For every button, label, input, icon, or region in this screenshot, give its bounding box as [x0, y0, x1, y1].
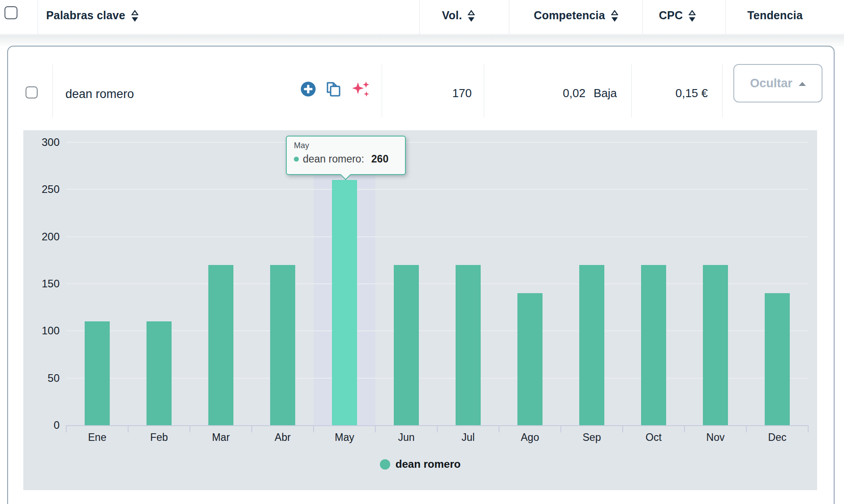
series-dot-icon [294, 157, 299, 162]
y-axis-label: 200 [24, 230, 60, 243]
column-label: CPC [659, 9, 683, 22]
ai-sparkles-button[interactable] [350, 79, 371, 101]
y-axis-label: 300 [24, 136, 60, 149]
cell-divider [52, 64, 53, 117]
y-axis-label: 100 [24, 324, 60, 337]
gridline [66, 283, 808, 284]
column-header-competition[interactable]: Competencia [509, 0, 643, 34]
column-header-keywords[interactable]: Palabras clave [38, 0, 420, 34]
keyword-text: dean romero [65, 84, 134, 104]
legend-dot-icon [380, 459, 390, 470]
chart-bar[interactable] [85, 321, 110, 425]
x-axis-label: Mar [190, 431, 252, 444]
gridline [66, 378, 808, 379]
x-axis-label: Sep [561, 431, 623, 444]
chart-bar[interactable] [270, 265, 295, 425]
x-axis-label: May [314, 431, 375, 444]
keyword-research-page: Palabras clave Vol. Competencia CPC [0, 0, 844, 504]
y-axis-label: 0 [24, 419, 60, 432]
cpc-value: 0,15 € [631, 83, 708, 103]
column-header-trend: Tendencia [726, 0, 844, 34]
sort-icon[interactable] [468, 10, 475, 22]
column-header-volume[interactable]: Vol. [420, 0, 509, 34]
cell-divider [722, 64, 723, 117]
chart-bar[interactable] [517, 293, 543, 425]
x-axis-label: Jul [437, 431, 499, 444]
sort-icon[interactable] [131, 10, 138, 22]
copy-keyword-button[interactable] [324, 80, 343, 100]
header-select-all-cell [0, 0, 38, 34]
volume-value: 170 [382, 83, 472, 103]
y-axis-label: 50 [24, 372, 60, 385]
legend-label: dean romero [396, 458, 461, 470]
row-action-icons [300, 79, 371, 101]
chart-bar[interactable] [208, 265, 233, 425]
hide-trend-label: Ocultar [750, 77, 792, 90]
gridline [66, 236, 808, 237]
x-axis-label: Ago [499, 431, 561, 444]
gridline [66, 330, 808, 331]
gridline [66, 142, 808, 143]
y-axis-label: 250 [24, 183, 60, 196]
x-axis-label: Jun [375, 431, 437, 444]
x-axis-label: Feb [128, 431, 190, 444]
competition-level-label: Baja [594, 83, 617, 103]
table-header: Palabras clave Vol. Competencia CPC [0, 0, 844, 34]
tooltip-series-name: dean romero: [303, 153, 364, 165]
tooltip-value: 260 [371, 153, 388, 165]
chart-bar[interactable] [579, 265, 604, 425]
x-axis-label: Ene [66, 431, 128, 444]
add-keyword-button[interactable] [300, 81, 316, 99]
competition-score: 0,02 [563, 83, 586, 103]
select-all-checkbox[interactable] [4, 6, 17, 19]
sort-icon[interactable] [611, 10, 618, 22]
chart-bar[interactable] [332, 180, 357, 425]
sparkles-icon [350, 79, 371, 99]
chart-legend[interactable]: dean romero [23, 457, 817, 471]
chart-bar[interactable] [703, 265, 728, 425]
x-axis-label: Nov [685, 431, 746, 444]
chart-tooltip: May dean romero: 260 [286, 136, 406, 175]
chart-bar[interactable] [641, 265, 666, 425]
add-icon [300, 81, 316, 97]
chevron-up-icon [799, 82, 806, 86]
column-label: Competencia [534, 9, 605, 22]
column-header-cpc[interactable]: CPC [643, 0, 726, 34]
y-axis-label: 150 [24, 277, 60, 290]
row-checkbox[interactable] [26, 86, 38, 98]
x-axis-label: Oct [623, 431, 685, 444]
header-shadow-strip [0, 35, 844, 47]
competition-value: 0,02 Baja [484, 83, 617, 103]
column-label: Vol. [442, 9, 462, 22]
chart-bar[interactable] [146, 321, 172, 425]
copy-icon [324, 80, 343, 98]
trend-chart: EneFebMarAbrMayJunJulAgoSepOctNovDec May… [23, 130, 817, 490]
gridline [66, 189, 808, 190]
x-axis-label: Abr [252, 431, 314, 444]
column-label: Tendencia [747, 9, 803, 22]
chart-plot-area: EneFebMarAbrMayJunJulAgoSepOctNovDec [66, 142, 808, 425]
x-axis-label: Dec [746, 431, 808, 444]
tooltip-series-line: dean romero: 260 [294, 153, 398, 165]
chart-bar[interactable] [394, 265, 419, 425]
tooltip-month: May [294, 141, 398, 150]
column-label: Palabras clave [46, 9, 125, 22]
hide-trend-button[interactable]: Ocultar [733, 64, 822, 103]
chart-bar[interactable] [456, 265, 481, 425]
chart-bar[interactable] [765, 293, 790, 425]
keyword-row-card: dean romero [7, 46, 835, 504]
sort-icon[interactable] [689, 10, 696, 22]
